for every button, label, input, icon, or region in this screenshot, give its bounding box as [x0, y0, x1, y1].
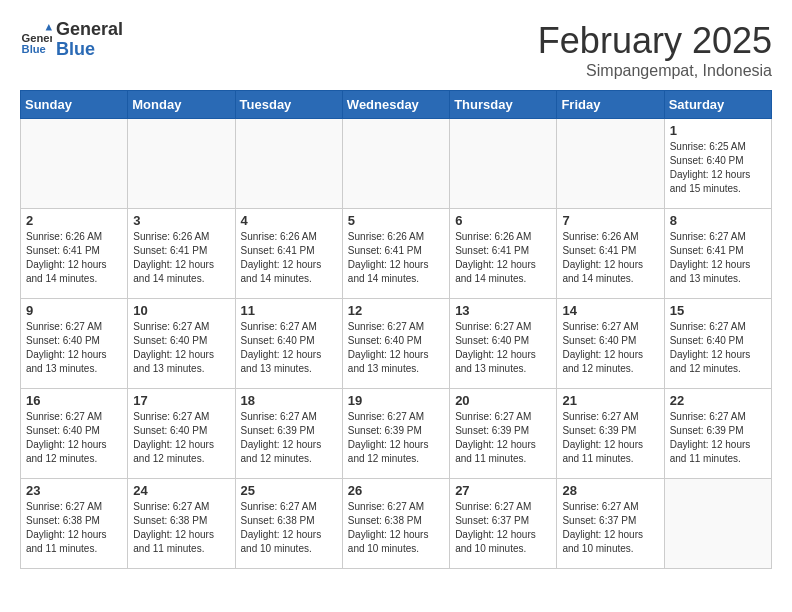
calendar-cell: 11Sunrise: 6:27 AM Sunset: 6:40 PM Dayli…	[235, 299, 342, 389]
day-info: Sunrise: 6:27 AM Sunset: 6:40 PM Dayligh…	[26, 410, 122, 466]
calendar-cell: 3Sunrise: 6:26 AM Sunset: 6:41 PM Daylig…	[128, 209, 235, 299]
day-info: Sunrise: 6:27 AM Sunset: 6:40 PM Dayligh…	[348, 320, 444, 376]
day-number: 16	[26, 393, 122, 408]
day-number: 5	[348, 213, 444, 228]
calendar-cell	[235, 119, 342, 209]
calendar-cell: 13Sunrise: 6:27 AM Sunset: 6:40 PM Dayli…	[450, 299, 557, 389]
day-info: Sunrise: 6:26 AM Sunset: 6:41 PM Dayligh…	[562, 230, 658, 286]
day-number: 28	[562, 483, 658, 498]
month-title: February 2025	[538, 20, 772, 62]
logo: General Blue General Blue	[20, 20, 123, 60]
weekday-header-sunday: Sunday	[21, 91, 128, 119]
day-number: 22	[670, 393, 766, 408]
calendar-cell	[664, 479, 771, 569]
day-number: 18	[241, 393, 337, 408]
title-block: February 2025 Simpangempat, Indonesia	[538, 20, 772, 80]
day-number: 2	[26, 213, 122, 228]
day-info: Sunrise: 6:27 AM Sunset: 6:40 PM Dayligh…	[670, 320, 766, 376]
day-number: 7	[562, 213, 658, 228]
calendar-cell: 4Sunrise: 6:26 AM Sunset: 6:41 PM Daylig…	[235, 209, 342, 299]
day-info: Sunrise: 6:27 AM Sunset: 6:38 PM Dayligh…	[348, 500, 444, 556]
svg-marker-2	[46, 24, 52, 30]
day-info: Sunrise: 6:27 AM Sunset: 6:40 PM Dayligh…	[562, 320, 658, 376]
week-row-2: 2Sunrise: 6:26 AM Sunset: 6:41 PM Daylig…	[21, 209, 772, 299]
svg-text:Blue: Blue	[22, 43, 46, 55]
day-number: 8	[670, 213, 766, 228]
page-header: General Blue General Blue February 2025 …	[20, 20, 772, 80]
week-row-1: 1Sunrise: 6:25 AM Sunset: 6:40 PM Daylig…	[21, 119, 772, 209]
day-number: 14	[562, 303, 658, 318]
calendar-cell: 26Sunrise: 6:27 AM Sunset: 6:38 PM Dayli…	[342, 479, 449, 569]
calendar-cell: 6Sunrise: 6:26 AM Sunset: 6:41 PM Daylig…	[450, 209, 557, 299]
day-info: Sunrise: 6:27 AM Sunset: 6:40 PM Dayligh…	[133, 320, 229, 376]
day-number: 21	[562, 393, 658, 408]
day-info: Sunrise: 6:27 AM Sunset: 6:40 PM Dayligh…	[241, 320, 337, 376]
weekday-header-friday: Friday	[557, 91, 664, 119]
week-row-3: 9Sunrise: 6:27 AM Sunset: 6:40 PM Daylig…	[21, 299, 772, 389]
day-info: Sunrise: 6:27 AM Sunset: 6:37 PM Dayligh…	[455, 500, 551, 556]
calendar-cell: 21Sunrise: 6:27 AM Sunset: 6:39 PM Dayli…	[557, 389, 664, 479]
day-number: 24	[133, 483, 229, 498]
day-number: 25	[241, 483, 337, 498]
day-number: 11	[241, 303, 337, 318]
calendar-table: SundayMondayTuesdayWednesdayThursdayFrid…	[20, 90, 772, 569]
weekday-header-row: SundayMondayTuesdayWednesdayThursdayFrid…	[21, 91, 772, 119]
day-number: 3	[133, 213, 229, 228]
calendar-cell: 23Sunrise: 6:27 AM Sunset: 6:38 PM Dayli…	[21, 479, 128, 569]
weekday-header-wednesday: Wednesday	[342, 91, 449, 119]
calendar-cell: 12Sunrise: 6:27 AM Sunset: 6:40 PM Dayli…	[342, 299, 449, 389]
calendar-cell: 19Sunrise: 6:27 AM Sunset: 6:39 PM Dayli…	[342, 389, 449, 479]
calendar-cell	[557, 119, 664, 209]
day-info: Sunrise: 6:26 AM Sunset: 6:41 PM Dayligh…	[241, 230, 337, 286]
day-info: Sunrise: 6:27 AM Sunset: 6:39 PM Dayligh…	[455, 410, 551, 466]
day-number: 17	[133, 393, 229, 408]
logo-line1: General	[56, 20, 123, 40]
day-info: Sunrise: 6:27 AM Sunset: 6:39 PM Dayligh…	[562, 410, 658, 466]
subtitle: Simpangempat, Indonesia	[538, 62, 772, 80]
calendar-cell: 9Sunrise: 6:27 AM Sunset: 6:40 PM Daylig…	[21, 299, 128, 389]
day-info: Sunrise: 6:27 AM Sunset: 6:39 PM Dayligh…	[348, 410, 444, 466]
calendar-cell: 18Sunrise: 6:27 AM Sunset: 6:39 PM Dayli…	[235, 389, 342, 479]
day-number: 27	[455, 483, 551, 498]
day-info: Sunrise: 6:27 AM Sunset: 6:41 PM Dayligh…	[670, 230, 766, 286]
calendar-cell: 15Sunrise: 6:27 AM Sunset: 6:40 PM Dayli…	[664, 299, 771, 389]
calendar-cell	[450, 119, 557, 209]
day-number: 19	[348, 393, 444, 408]
day-number: 4	[241, 213, 337, 228]
weekday-header-thursday: Thursday	[450, 91, 557, 119]
day-info: Sunrise: 6:27 AM Sunset: 6:39 PM Dayligh…	[241, 410, 337, 466]
svg-text:General: General	[22, 31, 52, 43]
day-number: 1	[670, 123, 766, 138]
day-info: Sunrise: 6:27 AM Sunset: 6:40 PM Dayligh…	[26, 320, 122, 376]
calendar-cell	[128, 119, 235, 209]
calendar-cell: 27Sunrise: 6:27 AM Sunset: 6:37 PM Dayli…	[450, 479, 557, 569]
calendar-cell	[21, 119, 128, 209]
day-number: 26	[348, 483, 444, 498]
calendar-cell: 22Sunrise: 6:27 AM Sunset: 6:39 PM Dayli…	[664, 389, 771, 479]
day-number: 20	[455, 393, 551, 408]
calendar-cell: 28Sunrise: 6:27 AM Sunset: 6:37 PM Dayli…	[557, 479, 664, 569]
logo-line2: Blue	[56, 40, 123, 60]
calendar-cell: 2Sunrise: 6:26 AM Sunset: 6:41 PM Daylig…	[21, 209, 128, 299]
weekday-header-saturday: Saturday	[664, 91, 771, 119]
day-info: Sunrise: 6:26 AM Sunset: 6:41 PM Dayligh…	[133, 230, 229, 286]
calendar-cell: 16Sunrise: 6:27 AM Sunset: 6:40 PM Dayli…	[21, 389, 128, 479]
calendar-cell: 5Sunrise: 6:26 AM Sunset: 6:41 PM Daylig…	[342, 209, 449, 299]
day-info: Sunrise: 6:25 AM Sunset: 6:40 PM Dayligh…	[670, 140, 766, 196]
day-info: Sunrise: 6:27 AM Sunset: 6:40 PM Dayligh…	[455, 320, 551, 376]
day-number: 15	[670, 303, 766, 318]
day-info: Sunrise: 6:27 AM Sunset: 6:38 PM Dayligh…	[133, 500, 229, 556]
day-number: 6	[455, 213, 551, 228]
weekday-header-tuesday: Tuesday	[235, 91, 342, 119]
day-info: Sunrise: 6:27 AM Sunset: 6:38 PM Dayligh…	[26, 500, 122, 556]
day-number: 13	[455, 303, 551, 318]
day-info: Sunrise: 6:27 AM Sunset: 6:38 PM Dayligh…	[241, 500, 337, 556]
day-info: Sunrise: 6:27 AM Sunset: 6:37 PM Dayligh…	[562, 500, 658, 556]
day-number: 9	[26, 303, 122, 318]
calendar-cell: 14Sunrise: 6:27 AM Sunset: 6:40 PM Dayli…	[557, 299, 664, 389]
calendar-cell: 1Sunrise: 6:25 AM Sunset: 6:40 PM Daylig…	[664, 119, 771, 209]
calendar-cell: 24Sunrise: 6:27 AM Sunset: 6:38 PM Dayli…	[128, 479, 235, 569]
calendar-cell: 10Sunrise: 6:27 AM Sunset: 6:40 PM Dayli…	[128, 299, 235, 389]
day-info: Sunrise: 6:26 AM Sunset: 6:41 PM Dayligh…	[348, 230, 444, 286]
day-info: Sunrise: 6:27 AM Sunset: 6:40 PM Dayligh…	[133, 410, 229, 466]
